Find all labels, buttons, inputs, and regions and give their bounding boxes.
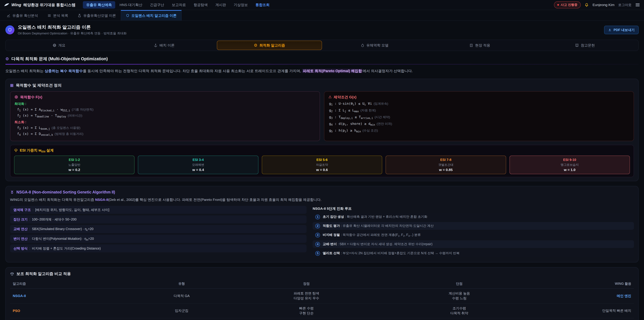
formula-g4: g4 : d(pi, shore) ≥ dmin(연안 이격) [329, 122, 630, 126]
section-tab-deployment-theory[interactable]: 배치 이론 [112, 41, 217, 50]
comparison-card-title: 보조 최적화 알고리즘 비교 적용 [10, 271, 634, 276]
nav-item-reports[interactable]: 보고자료 [168, 1, 189, 9]
minimize-label: 최소화 : [14, 120, 316, 124]
logout-button[interactable]: 로그아웃 [618, 3, 632, 7]
section-tab-overview[interactable]: 개요 [6, 41, 112, 50]
constraints-panel: ⚠ 제약조건 G(x) g1 : U·sin(θi) ≤ Uc ∀i(임계유속)… [324, 91, 634, 141]
table-row-nsga2: NSGA-II 다목적 GA 파레토 전면 탐색다양성 유지 우수 계산비용 높… [10, 288, 634, 303]
highlight-pareto-optimal: 파레토 최적(Pareto Optimal) 해집합 [302, 69, 363, 73]
section-tab-optimization-algorithm[interactable]: ⚙ 최적화 알고리즘 [217, 41, 322, 50]
tab-label: 오일펜스 배치 알고리즘 이론 [132, 13, 177, 18]
anchor-icon [154, 44, 158, 47]
comparison-title-text: 보조 최적화 알고리즘 비교 적용 [16, 271, 71, 276]
esi-cell-9-10: ESI 9-10 맹그로브습지 w = 1.0 [510, 156, 630, 174]
notification-bell-icon[interactable] [584, 3, 589, 7]
nav-item-weather-info[interactable]: 기상정보 [230, 1, 251, 9]
esi-cell-3-4: ESI 3-4 모래해변 w = 0.4 [138, 156, 258, 174]
nav-item-aerial-search[interactable]: 항공탐색 [190, 1, 211, 9]
section-tab-label: 배치 이론 [160, 43, 174, 48]
book-icon [575, 44, 579, 47]
nav-item-hns-air-dispersion[interactable]: HNS·대기확산 [116, 1, 146, 9]
nsga2-parameters: 염색체 구조:[배치지점 위치, 방향각도, 길이, 형태, 세부조 사이] 집… [10, 206, 306, 258]
tab-boom-algorithm-theory[interactable]: 오일펜스 배치 알고리즘 이론 [121, 10, 182, 21]
navbar-right: 사고 진행중 Eunjeong Kim 로그아웃 [554, 1, 640, 9]
building-icon [470, 44, 473, 47]
col-pros: 장점 [228, 279, 384, 288]
objective-formulas: 최대화 : f1 (x) = Σ Ablocked,i · wESI,i(기름 … [14, 102, 316, 136]
user-name: Eunjeong Kim [592, 3, 614, 7]
nsga2-card: NSGA-II (Non-dominated Sorting Genetic A… [5, 186, 639, 262]
nav-item-emergency-rescue[interactable]: 긴급구난 [146, 1, 167, 9]
loop-step-1: 1 초기 집단 생성 : 확산예측 결과 기반 랜덤 + 휴리스틱 배치안 혼합… [312, 213, 634, 221]
page-title: 오일펜스 배치 최적화 알고리즘 이론 [18, 24, 126, 30]
nsga2-title-text: NSGA-II (Non-dominated Sorting Genetic A… [16, 190, 115, 194]
card-title: ▦ 목적함수 및 제약조건 정의 [10, 83, 634, 88]
grid-icon: ▦ [10, 83, 14, 87]
tab-spill-analysis[interactable]: 유출유 확산분석 [2, 10, 43, 21]
section-tab-label: 참고문헌 [581, 43, 595, 48]
formula-g3: g3 : Tdeploy,i ≤ Tarrive,i(시간 제약) [329, 115, 630, 120]
esi-weight-card: ESI 가중치 wESI 설계 ESI 1-2 노출암반 w = 0.2 ESI… [10, 145, 634, 177]
brand-logo: Wing [12, 3, 21, 7]
list-icon [48, 14, 51, 18]
pdf-export-button[interactable]: PDF 내보내기 [604, 26, 639, 34]
objective-panel-title: 목적함수 F(x) [14, 95, 316, 100]
beach-umbrella-icon [14, 149, 18, 152]
esi-grid: ESI 1-2 노출암반 w = 0.2 ESI 3-4 모래해변 w = 0.… [14, 156, 630, 174]
table-row-sa: SA 모의담금질 전역 탐색 우수국소최적 회피 매개변수 민감느린 수렴 긴급… [10, 318, 634, 320]
definition-panels: 목적함수 F(x) 최대화 : f1 (x) = Σ Ablocked,i · … [10, 91, 634, 141]
col-algorithm: 알고리즘 [10, 279, 135, 288]
loop-step-5: 5 엘리트 선택 : 부모+자식 2N 집단에서 비지배 정렬+혼잡도 기준으로… [312, 249, 634, 257]
section-tab-label: 현장 적용 [475, 43, 490, 48]
nsga2-description: WING의 오일펜스 배치 최적화는 다목적 유전알고리즘 NSGA-II(De… [10, 197, 634, 202]
brand-title: 해양환경 위기대응 통합시스템 [23, 2, 76, 8]
formula-g2: g2 : Σ Lj ≤ Lmax(자원 한계) [329, 108, 630, 113]
formula-g5: g5 : h(pi) ≥ hmin(수심 조건) [329, 128, 630, 133]
param-row-chromosome: 염색체 구조:[배치지점 위치, 방향각도, 길이, 형태, 세부조 사이] [10, 206, 306, 214]
page-shield-icon [5, 25, 14, 34]
highlight-conflicting-objectives: 상충하는 복수 목적함수 [44, 69, 83, 73]
tab-label: 분석 목록 [53, 13, 68, 18]
gear-icon: ⚙ [5, 57, 9, 61]
step-number-icon: 3 [315, 233, 320, 237]
page-header-titles: 오일펜스 배치 최적화 알고리즘 이론 Oil Boom Deployment … [18, 24, 126, 36]
incident-badge-label: 사고 진행중 [561, 3, 578, 7]
constraints-panel-title: ⚠ 제약조건 G(x) [328, 95, 630, 100]
flask-icon [78, 14, 81, 18]
incident-status-badge[interactable]: 사고 진행중 [554, 1, 581, 9]
tab-spill-model-theory[interactable]: 유출유확산모델 이론 [73, 10, 121, 21]
formula-f3: f3 (x) = Σ Lboom,j(총 오일펜스 사용량) [17, 126, 316, 130]
formula-g1: g1 : U·sin(θi) ≤ Uc ∀i(임계유속) [329, 102, 630, 106]
section-tab-hydrodynamics[interactable]: 유체역학 모델 [322, 41, 427, 50]
brand: Wing 해양환경 위기대응 통합시스템 [4, 2, 76, 8]
formula-f4: f4 (x) = Σ Dvessel,k(방제정 총 이동거리) [17, 132, 316, 136]
loop-title: NSGA-II 5단계 진화 루프 [312, 206, 634, 211]
nav-item-integrated-search[interactable]: 통합조회 [252, 1, 273, 9]
nav-item-oil-spill-prediction[interactable]: 유출유 확산예측 [83, 1, 115, 9]
loop-step-3: 3 비지배 정렬 : 목적함수 공간에서 파레토 전면 계층(F1, F2, F… [312, 231, 634, 239]
section-description: 오일펜스 배치 최적화는 상충하는 복수 목적함수를 동시에 만족해야 하는 전… [5, 68, 639, 74]
objective-function-panel: 목적함수 F(x) 최대화 : f1 (x) = Σ Ablocked,i · … [10, 91, 320, 141]
loop-step-4: 4 교배·변이 : SBX + 다항식 변이로 자식 세대 생성. 제약조건 위… [312, 240, 634, 248]
tab-analysis-list[interactable]: 분석 목록 [43, 10, 73, 21]
section-tab-label: 유체역학 모델 [366, 43, 388, 48]
param-row-crossover: 교배 연산:SBX(Simulated Binary Crossover) · … [10, 225, 306, 233]
objective-constraint-card: ▦ 목적함수 및 제약조건 정의 목적함수 F(x) 최대화 : f1 (x) … [5, 79, 639, 181]
loop-step-2: 2 적합도 평가 : 유출유 확산 시뮬레이터로 각 배치안의 차단면적·도달시… [312, 222, 634, 230]
card-title-text: 목적함수 및 제약조건 정의 [16, 83, 62, 88]
step-number-icon: 5 [315, 251, 320, 256]
section-heading: ⚙ 다목적 최적화 문제 (Multi-Objective Optimizati… [5, 56, 639, 62]
col-cons: 단점 [384, 279, 534, 288]
target-icon [14, 95, 18, 99]
highlight-nsga2: NSGA-II [95, 198, 108, 201]
esi-cell-5-6: ESI 5-6 자갈조약 w = 0.6 [262, 156, 382, 174]
tab-label: 유출유 확산분석 [12, 13, 38, 18]
param-row-population: 집단 크기:100~200개체 · 세대수 50~200 [10, 215, 306, 223]
globe-icon [53, 44, 56, 47]
section-tab-references[interactable]: 참고문헌 [532, 41, 638, 50]
nav-item-board[interactable]: 게시판 [212, 1, 229, 9]
maximize-label: 최대화 : [14, 102, 316, 106]
hamburger-menu-icon[interactable] [635, 3, 640, 7]
top-navbar: Wing 해양환경 위기대응 통합시스템 유출유 확산예측 HNS·대기확산 긴… [0, 0, 644, 10]
section-tab-field-application[interactable]: 현장 적용 [427, 41, 532, 50]
